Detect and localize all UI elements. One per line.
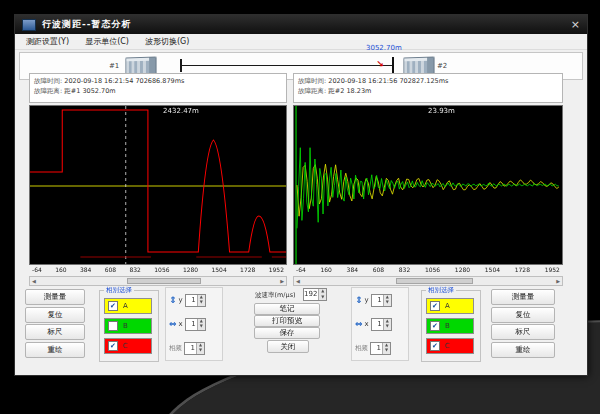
scroll-right-icon[interactable]: ▶	[556, 278, 560, 284]
tick: 832	[399, 266, 410, 275]
phase-letter: B	[123, 322, 128, 330]
zoom-y-stepper[interactable]: 1 ▲▼	[371, 294, 392, 307]
reset-button-right[interactable]: 复位	[491, 307, 555, 323]
x-axis-left: -64 160 384 608 832 1056 1280 1504 1728 …	[29, 265, 287, 276]
measure-button-left[interactable]: 测量量	[25, 289, 85, 305]
zoom-x-value: 1	[186, 319, 197, 330]
checkbox-unchecked-icon[interactable]	[108, 321, 118, 331]
record-info-left: 故障时间: 2020-09-18 16:21:54 702686.879ms 故…	[29, 73, 287, 103]
window-title: 行波测距--暂态分析	[42, 18, 131, 31]
fault-time-value: 2020-09-18 16:21:56 702827.125ms	[328, 77, 448, 85]
spin-down-icon[interactable]: ▼	[198, 324, 205, 330]
measure-button-right[interactable]: 测量量	[491, 289, 555, 305]
spin-down-icon[interactable]: ▼	[384, 300, 391, 306]
phase-letter: B	[445, 322, 450, 330]
tick: 832	[129, 266, 140, 275]
zoom-y-row: ⇕ y 1 ▲▼	[169, 294, 206, 306]
zoom-y-stepper[interactable]: 1 ▲▼	[185, 294, 206, 307]
spin-down-icon[interactable]: ▼	[197, 348, 204, 354]
oscillogram-left[interactable]: 2432.47m	[29, 105, 287, 265]
cursor-readout-left: 2432.47m	[163, 107, 199, 115]
wave-speed-stepper[interactable]: 192 ▲▼	[303, 288, 327, 301]
tick: 1056	[154, 266, 169, 275]
menu-ranging-settings[interactable]: 测距设置(Y)	[26, 36, 69, 47]
phase-select-group-right: 相别选择 ✔ A ✔ B ✔ C	[421, 290, 481, 362]
scroll-left-icon[interactable]: ◀	[296, 278, 300, 284]
phase-b-left[interactable]: B	[104, 318, 152, 334]
ruler-button-right[interactable]: 标尺	[491, 324, 555, 340]
checkbox-checked-icon[interactable]: ✔	[430, 321, 440, 331]
zoom-controls-right: ⇕ y 1 ▲▼ ⇔ x 1 ▲▼ 相频 1 ▲▼	[351, 287, 409, 361]
tick: 608	[105, 266, 116, 275]
checkbox-checked-icon[interactable]: ✔	[108, 301, 118, 311]
phase-freq-label: 相频	[355, 344, 368, 353]
phase-b-right[interactable]: ✔ B	[426, 318, 474, 334]
scrollbar-thumb[interactable]	[396, 278, 473, 284]
scrollbar-thumb[interactable]	[127, 278, 201, 284]
phase-c-left[interactable]: ✔ C	[104, 338, 152, 354]
fault-time-label: 故障时间:	[298, 77, 326, 85]
scroll-right-icon[interactable]: ▶	[280, 278, 284, 284]
record-info-right: 故障时间: 2020-09-18 16:21:56 702827.125ms 故…	[293, 73, 563, 103]
phase-freq-stepper[interactable]: 1 ▲▼	[370, 342, 391, 355]
redraw-button-left[interactable]: 重绘	[25, 342, 85, 358]
save-button[interactable]: 保存	[254, 327, 320, 339]
tick: 608	[373, 266, 384, 275]
tick: 1056	[425, 266, 440, 275]
phase-c-right[interactable]: ✔ C	[426, 338, 474, 354]
oscillogram-right[interactable]: 23.93m	[293, 105, 563, 265]
redraw-button-right[interactable]: 重绘	[491, 342, 555, 358]
menu-bar: 测距设置(Y) 显示单位(C) 波形切换(G)	[15, 34, 587, 50]
phase-letter: A	[445, 302, 450, 310]
phase-a-left[interactable]: ✔ A	[104, 298, 152, 314]
fault-position-marker[interactable]	[392, 57, 394, 73]
h-scrollbar-right[interactable]: ◀ ▶	[293, 276, 563, 286]
zoom-x-row: ⇔ x 1 ▲▼	[169, 318, 206, 330]
wave-speed-value: 192	[304, 289, 318, 300]
close-icon[interactable]: ×	[571, 19, 580, 30]
cursor-readout-right: 23.93m	[428, 107, 455, 115]
fault-time-value: 2020-09-18 16:21:54 702686.879ms	[64, 77, 184, 85]
checkbox-checked-icon[interactable]: ✔	[430, 341, 440, 351]
phase-freq-row: 相频 1 ▲▼	[355, 342, 391, 354]
phase-group-label: 相别选择	[104, 286, 134, 295]
spin-down-icon[interactable]: ▼	[198, 300, 205, 306]
zoom-vertical-icon: ⇕	[355, 295, 363, 305]
menu-display-unit[interactable]: 显示单位(C)	[85, 36, 129, 47]
tick: 384	[347, 266, 358, 275]
ruler-button-left[interactable]: 标尺	[25, 324, 85, 340]
record-panel-left: 故障时间: 2020-09-18 16:21:54 702686.879ms 故…	[29, 73, 287, 286]
tick: 1728	[515, 266, 530, 275]
zoom-y-label: y	[179, 296, 183, 304]
zoom-x-stepper[interactable]: 1 ▲▼	[371, 318, 392, 331]
zoom-x-value: 1	[372, 319, 383, 330]
tick: -64	[32, 266, 42, 275]
phase-freq-value: 1	[185, 343, 196, 354]
phase-freq-stepper[interactable]: 1 ▲▼	[184, 342, 205, 355]
checkbox-checked-icon[interactable]: ✔	[108, 341, 118, 351]
tick: 1952	[545, 266, 560, 275]
reset-button-left[interactable]: 复位	[25, 307, 85, 323]
zoom-x-stepper[interactable]: 1 ▲▼	[185, 318, 206, 331]
fault-arrow-icon: ↘	[376, 59, 384, 69]
fault-distance-label: 3052.70m	[366, 44, 402, 52]
tick: 1952	[269, 266, 284, 275]
notes-button[interactable]: 笔记	[254, 303, 320, 315]
waveform-right-svg	[294, 106, 562, 264]
tick: 1280	[455, 266, 470, 275]
close-button[interactable]: 关闭	[267, 340, 309, 353]
zoom-vertical-icon: ⇕	[169, 295, 177, 305]
menu-waveform-switch[interactable]: 波形切换(G)	[145, 36, 189, 47]
checkbox-checked-icon[interactable]: ✔	[430, 301, 440, 311]
phase-a-right[interactable]: ✔ A	[426, 298, 474, 314]
spin-down-icon[interactable]: ▼	[319, 295, 326, 301]
spin-down-icon[interactable]: ▼	[384, 324, 391, 330]
scroll-left-icon[interactable]: ◀	[32, 278, 36, 284]
print-preview-button[interactable]: 打印预览	[254, 315, 320, 327]
tick: 160	[55, 266, 66, 275]
zoom-horizontal-icon: ⇔	[355, 319, 363, 329]
tick: 384	[80, 266, 91, 275]
fault-distance-label: 故障距离:	[34, 87, 62, 95]
spin-down-icon[interactable]: ▼	[383, 348, 390, 354]
h-scrollbar-left[interactable]: ◀ ▶	[29, 276, 287, 286]
